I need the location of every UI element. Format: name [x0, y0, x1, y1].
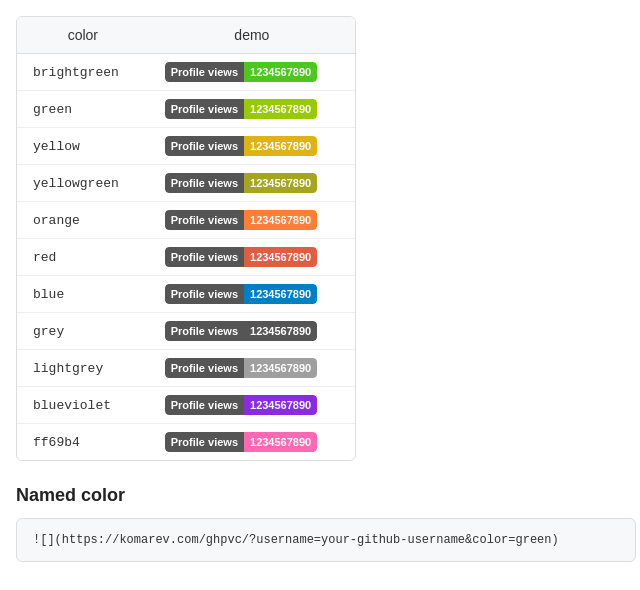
badge-label: Profile views [165, 284, 244, 304]
color-name-cell: red [17, 239, 149, 276]
badge: Profile views1234567890 [165, 99, 317, 119]
badge-label: Profile views [165, 432, 244, 452]
badge-value: 1234567890 [244, 136, 317, 156]
table-row: yellowProfile views1234567890 [17, 128, 355, 165]
badge-label: Profile views [165, 321, 244, 341]
demo-cell: Profile views1234567890 [149, 424, 355, 461]
badge-value: 1234567890 [244, 62, 317, 82]
named-color-title: Named color [16, 485, 624, 506]
table-row: yellowgreenProfile views1234567890 [17, 165, 355, 202]
demo-cell: Profile views1234567890 [149, 313, 355, 350]
demo-cell: Profile views1234567890 [149, 350, 355, 387]
demo-cell: Profile views1234567890 [149, 387, 355, 424]
badge-label: Profile views [165, 173, 244, 193]
demo-cell: Profile views1234567890 [149, 239, 355, 276]
badge-value: 1234567890 [244, 247, 317, 267]
badge-value: 1234567890 [244, 358, 317, 378]
table-row: bluevioletProfile views1234567890 [17, 387, 355, 424]
badge-label: Profile views [165, 395, 244, 415]
table-row: blueProfile views1234567890 [17, 276, 355, 313]
color-name-cell: blue [17, 276, 149, 313]
color-name-cell: ff69b4 [17, 424, 149, 461]
table-row: brightgreenProfile views1234567890 [17, 54, 355, 91]
color-name-cell: yellow [17, 128, 149, 165]
demo-cell: Profile views1234567890 [149, 202, 355, 239]
color-name-cell: lightgrey [17, 350, 149, 387]
badge-label: Profile views [165, 358, 244, 378]
demo-cell: Profile views1234567890 [149, 165, 355, 202]
badge-value: 1234567890 [244, 432, 317, 452]
badge: Profile views1234567890 [165, 395, 317, 415]
demo-cell: Profile views1234567890 [149, 128, 355, 165]
color-name-cell: yellowgreen [17, 165, 149, 202]
badge-label: Profile views [165, 247, 244, 267]
table-row: greyProfile views1234567890 [17, 313, 355, 350]
color-name-cell: grey [17, 313, 149, 350]
code-block: ![](https://komarev.com/ghpvc/?username=… [16, 518, 636, 562]
table-row: ff69b4Profile views1234567890 [17, 424, 355, 461]
badge: Profile views1234567890 [165, 62, 317, 82]
badge: Profile views1234567890 [165, 432, 317, 452]
badge: Profile views1234567890 [165, 173, 317, 193]
badge-value: 1234567890 [244, 99, 317, 119]
badge-label: Profile views [165, 136, 244, 156]
table-row: orangeProfile views1234567890 [17, 202, 355, 239]
badge: Profile views1234567890 [165, 210, 317, 230]
badge-label: Profile views [165, 62, 244, 82]
color-name-cell: green [17, 91, 149, 128]
badge-value: 1234567890 [244, 173, 317, 193]
badge-label: Profile views [165, 210, 244, 230]
badge-value: 1234567890 [244, 321, 317, 341]
badge: Profile views1234567890 [165, 284, 317, 304]
color-name-cell: brightgreen [17, 54, 149, 91]
badge: Profile views1234567890 [165, 247, 317, 267]
demo-cell: Profile views1234567890 [149, 54, 355, 91]
color-name-cell: blueviolet [17, 387, 149, 424]
col-color-header: color [17, 17, 149, 54]
table-row: greenProfile views1234567890 [17, 91, 355, 128]
table-row: redProfile views1234567890 [17, 239, 355, 276]
demo-cell: Profile views1234567890 [149, 91, 355, 128]
demo-cell: Profile views1234567890 [149, 276, 355, 313]
badge: Profile views1234567890 [165, 358, 317, 378]
col-demo-header: demo [149, 17, 355, 54]
badge-label: Profile views [165, 99, 244, 119]
badge: Profile views1234567890 [165, 136, 317, 156]
table-row: lightgreyProfile views1234567890 [17, 350, 355, 387]
named-color-section: Named color ![](https://komarev.com/ghpv… [16, 485, 624, 562]
badge: Profile views1234567890 [165, 321, 317, 341]
color-table: color demo brightgreenProfile views12345… [16, 16, 356, 461]
badge-value: 1234567890 [244, 210, 317, 230]
badge-value: 1234567890 [244, 395, 317, 415]
color-name-cell: orange [17, 202, 149, 239]
badge-value: 1234567890 [244, 284, 317, 304]
